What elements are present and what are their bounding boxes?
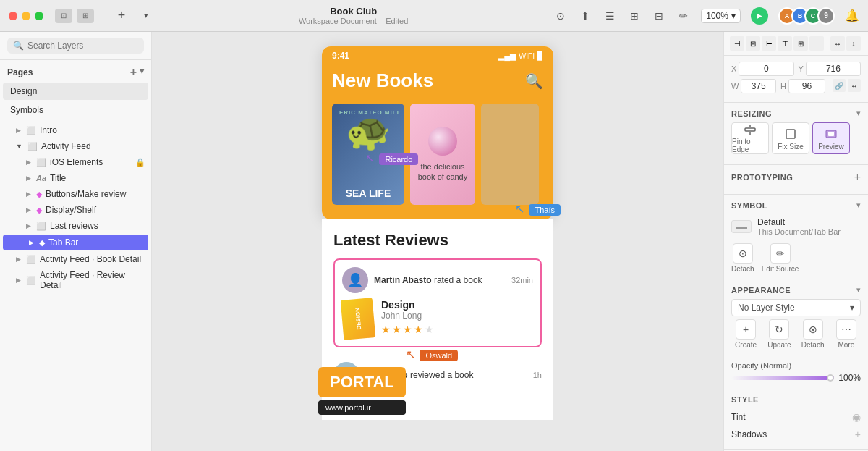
align-middle-v[interactable]: ⊞: [793, 36, 808, 51]
zoom-control[interactable]: 100% ▾: [701, 9, 741, 23]
filter-icon[interactable]: ☰: [603, 9, 617, 23]
pen-icon[interactable]: ✏: [676, 9, 691, 23]
detach-style-label: Detach: [801, 341, 825, 349]
align-right[interactable]: ⊢: [762, 36, 776, 51]
sea-life-title: SEA LIFE: [346, 188, 391, 199]
resizing-header: RESIZING ▾: [731, 109, 861, 118]
layout-icon[interactable]: ⊞: [627, 9, 642, 23]
reviewer-action-2: reviewed a book: [410, 370, 473, 380]
align-bottom[interactable]: ⊥: [809, 36, 824, 51]
book-info-1: Design John Long ★ ★ ★ ★ ★: [381, 299, 533, 335]
reviewer-avatar-1: 👤: [342, 267, 368, 293]
layer-book-detail[interactable]: ▶ ⬜ Activity Feed · Book Detail: [0, 251, 151, 267]
lock-ratio-btn[interactable]: 🔗: [833, 79, 846, 92]
align-top[interactable]: ⊤: [778, 36, 792, 51]
layer-tab-bar[interactable]: ▶ ◆ Tab Bar: [3, 235, 148, 250]
review-time-1: 32min: [511, 276, 533, 284]
detach-action[interactable]: ⊙ Detach: [731, 243, 754, 273]
layer-style-value: No Layer Style: [738, 303, 795, 313]
preview-option[interactable]: Preview: [812, 122, 850, 154]
group-icon: ⬜: [27, 142, 38, 151]
search-input[interactable]: [27, 41, 138, 51]
page-symbols[interactable]: Symbols: [3, 101, 148, 119]
sidebar-search: 🔍: [0, 32, 151, 60]
add-button[interactable]: +: [114, 9, 129, 23]
book-shelf: 🐢 ERIC MATEO MILL SEA LIFE the delicious…: [322, 104, 553, 219]
opacity-value: 100%: [838, 373, 861, 383]
diamond-icon: ◆: [36, 206, 42, 215]
maximize-button[interactable]: [35, 12, 43, 20]
expand-arrow: ▶: [16, 256, 21, 263]
create-btn[interactable]: + Create: [731, 319, 760, 349]
layer-buttons-make-review[interactable]: ▶ ◆ Buttons/Make review: [0, 186, 151, 202]
more-btn[interactable]: ⋯ More: [832, 319, 861, 349]
divider: [827, 36, 827, 51]
resize-options: Pin to Edge Fix Size Preview: [731, 122, 861, 154]
coords-section: X 0 Y 716 W 375 H 96 🔗: [724, 56, 868, 103]
notifications-icon[interactable]: 🔔: [845, 9, 859, 22]
align-center-h[interactable]: ⊟: [746, 36, 760, 51]
layer-title[interactable]: ▶ Aa Title: [0, 170, 151, 186]
diamond-icon: ◆: [39, 238, 45, 248]
panels-toggle[interactable]: ⊡: [55, 9, 72, 23]
expand-arrow: ▶: [16, 127, 21, 134]
upload-icon[interactable]: ⬆: [578, 9, 592, 23]
edit-source-action[interactable]: ✏ Edit Source: [762, 243, 799, 273]
page-design[interactable]: Design: [3, 83, 148, 100]
detach-label: Detach: [731, 265, 754, 273]
symbol-name: Default: [757, 217, 841, 227]
grid-icon[interactable]: ⊟: [652, 9, 666, 23]
symbol-section: SYMBOL ▾ ▬▬ Default This Document/Tab Ba…: [724, 195, 868, 279]
book-sea-life: 🐢 ERIC MATEO MILL SEA LIFE: [332, 104, 404, 205]
x-value[interactable]: 0: [739, 62, 793, 76]
dropdown-arrow[interactable]: ▾: [139, 9, 153, 23]
fix-size-option[interactable]: Fix Size: [772, 122, 809, 154]
alignment-row: ⊣ ⊟ ⊢ ⊤ ⊞ ⊥ ↔ ↕: [724, 32, 868, 56]
y-field: Y 716: [799, 62, 861, 76]
h-value[interactable]: 96: [788, 79, 825, 93]
layer-activity-feed[interactable]: ▼ ⬜ Activity Feed: [0, 138, 151, 154]
opacity-bar[interactable]: [731, 376, 834, 380]
minimize-button[interactable]: [22, 12, 30, 20]
y-value[interactable]: 716: [806, 62, 861, 76]
symbol-info: Default This Document/Tab Bar: [757, 217, 841, 236]
add-page-button[interactable]: +: [130, 66, 137, 79]
distribute-h[interactable]: ↔: [830, 36, 845, 51]
update-label: Update: [767, 341, 791, 349]
play-button[interactable]: ▶: [751, 7, 768, 25]
layer-label: Tab Bar: [48, 237, 78, 248]
layer-last-reviews[interactable]: ▶ ⬜ Last reviews: [0, 218, 151, 234]
pages-chevron[interactable]: ▾: [140, 66, 144, 79]
pin-to-edge-label: Pin to Edge: [732, 138, 768, 153]
w-value[interactable]: 375: [741, 79, 776, 93]
layer-ios-elements[interactable]: ▶ ⬜ iOS Elements 🔒: [0, 154, 151, 170]
layer-label: Intro: [40, 125, 57, 135]
candy-title: the delicious book of candy: [416, 161, 469, 182]
book-third: [481, 104, 539, 205]
flip-btn[interactable]: ↔: [848, 79, 861, 92]
grid-toggle[interactable]: ⊞: [77, 9, 94, 23]
layer-intro[interactable]: ▶ ⬜ Intro: [0, 122, 151, 138]
distribute-v[interactable]: ↕: [846, 36, 861, 51]
inspect-icon[interactable]: ⊙: [553, 9, 568, 23]
prototyping-add[interactable]: +: [854, 171, 861, 184]
reviewer-text-1: Martín Abasto rated a book: [374, 275, 482, 285]
layer-label: Activity Feed: [41, 141, 91, 151]
shadows-add[interactable]: +: [855, 429, 861, 440]
update-btn[interactable]: ↻ Update: [765, 319, 793, 349]
align-left[interactable]: ⊣: [730, 36, 744, 51]
expand-arrow: ▶: [16, 277, 21, 284]
appearance-label: APPEARANCE: [731, 286, 791, 295]
detach-style-btn[interactable]: ⊗ Detach: [799, 319, 827, 349]
layer-display-shelf[interactable]: ▶ ◆ Display/Shelf: [0, 202, 151, 218]
detach-icon: ⊙: [733, 243, 753, 264]
layer-review-detail[interactable]: ▶ ⬜ Activity Feed · Review Detail: [0, 267, 151, 293]
layer-style-select[interactable]: No Layer Style ▾: [731, 299, 861, 316]
close-button[interactable]: [9, 12, 17, 20]
titlebar: ⊡ ⊞ + ▾ Book Club Workspace Document – E…: [0, 0, 868, 32]
expand-arrow: ▶: [26, 206, 31, 214]
pin-to-edge-option[interactable]: Pin to Edge: [731, 122, 769, 154]
prototyping-label: PROTOTYPING: [731, 173, 793, 182]
traffic-lights: [9, 12, 43, 20]
y-label: Y: [799, 64, 804, 73]
